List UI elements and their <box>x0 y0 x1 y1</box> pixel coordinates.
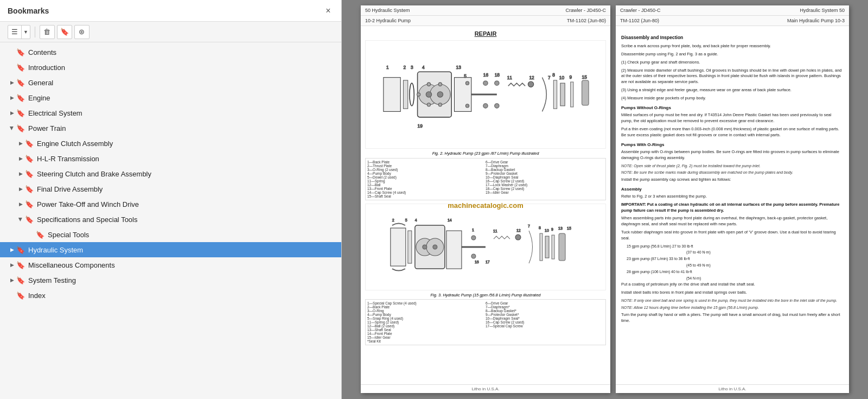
no-orings-para-2: Put a thin even coating (not more than 0… <box>621 126 844 138</box>
sidebar-item-general[interactable]: ▶ 🔖 General <box>0 75 341 90</box>
disassembly-para-5: (3) Using a straight edge and feeler gau… <box>621 87 844 93</box>
chevron-right-icon: ▶ <box>8 93 16 102</box>
svg-point-6 <box>426 92 431 97</box>
sidebar-item-contents[interactable]: 🔖 Contents <box>0 45 341 60</box>
sidebar-item-label: Final Drive Assembly <box>37 185 334 193</box>
close-button[interactable]: × <box>323 5 334 16</box>
page-content-left: REPAIR <box>361 26 610 384</box>
sidebar-item-label: Hydraulic System <box>28 246 334 254</box>
sidebar-item-powertrain[interactable]: ▶ 🔖 Power Train <box>0 121 341 136</box>
pump-diagram-1: 1 2 3 4 13 16 18 11 12 7 8 <box>365 40 606 149</box>
sidebar-item-specs[interactable]: ▶ 🔖 Specifications and Special Tools <box>0 212 341 227</box>
delete-icon: 🗑 <box>43 28 50 36</box>
chevron-down-icon: ▶ <box>8 124 16 132</box>
delete-button[interactable]: 🗑 <box>40 25 55 39</box>
sidebar-item-label: Specifications and Special Tools <box>37 216 334 224</box>
sidebar-item-hlr[interactable]: ▶ 🔖 H-L-R Transmission <box>0 151 341 166</box>
svg-rect-54 <box>540 233 542 261</box>
svg-point-17 <box>495 81 499 85</box>
svg-point-11 <box>438 83 442 86</box>
assembly-para-6: Turn the pump shaft by hand or with a pl… <box>621 312 844 324</box>
parts-list-2: 1—Special Cap Screw (4 used)6—Drive Gear… <box>365 299 606 345</box>
svg-rect-0 <box>384 78 400 112</box>
sidebar-item-label: H-L-R Transmission <box>37 155 334 163</box>
note-4: NOTE: Allow 12 hours drying time before … <box>621 305 844 311</box>
sidebar-item-special-tools[interactable]: 🔖 Special Tools <box>0 227 341 242</box>
bookmark-icon: 🔖 <box>25 215 34 224</box>
svg-text:15: 15 <box>582 74 588 80</box>
svg-point-37 <box>465 104 469 107</box>
sidebar-item-hydraulic[interactable]: ▶ 🔖 Hydraulic System <box>0 242 341 257</box>
assembly-para-2: When assembling parts into pump front pl… <box>621 216 844 227</box>
sidebar-item-engine-clutch[interactable]: ▶ 🔖 Engine Clutch Assembly <box>0 136 341 151</box>
tag-button[interactable]: ⊛ <box>74 25 90 39</box>
sidebar-item-system-testing[interactable]: ▶ 🔖 System Testing <box>0 273 341 288</box>
chevron-right-icon: ▶ <box>8 276 16 284</box>
svg-text:13: 13 <box>456 65 462 70</box>
assembly-para-4: Put a coating of petroleum jelly on the … <box>621 282 844 288</box>
disassembly-para-3: (1) Check pump gear and shaft dimensions… <box>621 60 844 66</box>
svg-text:1: 1 <box>386 65 389 70</box>
bookmark-icon: 🔖 <box>25 200 34 208</box>
sidebar-item-final-drive[interactable]: ▶ 🔖 Final Drive Assembly <box>0 181 341 197</box>
svg-text:16: 16 <box>475 260 479 264</box>
page-subheader-left: 10-2 Hydraulic Pump TM-1102 (Jun-80) <box>361 16 610 26</box>
sidebar-item-label: Steering Clutch and Brake Assembly <box>37 170 334 178</box>
sidebar-item-introduction[interactable]: 🔖 Introduction <box>0 60 341 75</box>
svg-point-36 <box>465 81 469 85</box>
svg-text:19: 19 <box>418 123 423 129</box>
bookmark-icon: 🔖 <box>16 78 25 87</box>
bookmark-icon: 🔖 <box>25 154 34 163</box>
sidebar-item-label: Special Tools <box>48 231 334 239</box>
chevron-down-icon: ▶ <box>16 215 25 224</box>
assembly-para-5: Install steel balls into bores in front … <box>621 290 844 296</box>
sidebar-item-engine[interactable]: ▶ 🔖 Engine <box>0 90 341 105</box>
svg-point-52 <box>471 254 476 258</box>
bookmark-icon: 🔖 <box>16 245 25 254</box>
bookmark-icon: 🔖 <box>25 169 34 178</box>
svg-rect-43 <box>408 231 412 263</box>
page-tm-left: TM-1102 (Jun-80) <box>567 18 606 23</box>
svg-text:11: 11 <box>507 75 513 80</box>
svg-text:5: 5 <box>464 73 467 79</box>
bookmarks-header: Bookmarks × <box>0 0 341 22</box>
disassembly-para-4: (2) Measure inside diameter of shaft bus… <box>621 68 844 86</box>
svg-point-51 <box>471 236 476 240</box>
sidebar-item-misc[interactable]: ▶ 🔖 Miscellaneous Components <box>0 257 341 273</box>
toolbar-separator-1 <box>35 27 35 37</box>
specs-line-4: (45 to 49 N·m) <box>621 263 844 268</box>
text-header-left: Crawler - JD450-C <box>620 8 661 13</box>
specs-line-6: (54 N·m) <box>621 276 844 281</box>
new-bookmark-button[interactable]: 🔖 <box>57 25 72 39</box>
pdf-viewer[interactable]: 50 Hydraulic System Crawler - JD450-C 10… <box>342 0 868 399</box>
sidebar-item-label: Introduction <box>28 64 334 72</box>
bookmarks-tree[interactable]: 🔖 Contents 🔖 Introduction ▶ 🔖 General ▶ … <box>0 42 341 399</box>
view-icon: ☰ <box>8 26 22 39</box>
bookmark-icon: 🔖 <box>16 291 25 300</box>
sidebar-item-steering[interactable]: ▶ 🔖 Steering Clutch and Brake Assembly <box>0 166 341 181</box>
svg-text:10: 10 <box>545 229 549 232</box>
svg-rect-42 <box>391 228 406 266</box>
page-footer-left: Litho in U.S.A. <box>361 384 610 393</box>
assembly-para-1: Refer to Fig. 2 or 3 when assembling the… <box>621 194 844 200</box>
view-dropdown[interactable]: ☰ ▼ <box>8 25 30 39</box>
chevron-right-icon: ▶ <box>16 169 25 178</box>
svg-rect-40 <box>582 80 589 105</box>
sidebar-item-power-take[interactable]: ▶ 🔖 Power Take-Off and Winch Drive <box>0 197 341 212</box>
svg-text:15: 15 <box>567 226 571 230</box>
chevron-right-icon: ▶ <box>8 261 16 269</box>
sidebar-item-index[interactable]: 🔖 Index <box>0 288 341 303</box>
bookmark-icon: 🔖 <box>16 93 25 102</box>
bookmark-icon: 🔖 <box>16 63 25 72</box>
sidebar-item-label: Engine Clutch Assembly <box>37 140 334 148</box>
svg-point-53 <box>515 235 521 240</box>
svg-text:12: 12 <box>529 75 534 80</box>
bookmark-icon: 🔖 <box>16 261 25 269</box>
text-header-right: Hydraulic System 50 <box>800 8 845 13</box>
svg-rect-49 <box>446 231 462 269</box>
svg-text:9: 9 <box>551 227 553 231</box>
svg-text:4: 4 <box>415 218 417 222</box>
sidebar-item-electrical[interactable]: ▶ 🔖 Electrical System <box>0 105 341 121</box>
svg-point-48 <box>433 245 437 249</box>
disassembly-title: Disassembly and Inspection <box>621 35 844 41</box>
